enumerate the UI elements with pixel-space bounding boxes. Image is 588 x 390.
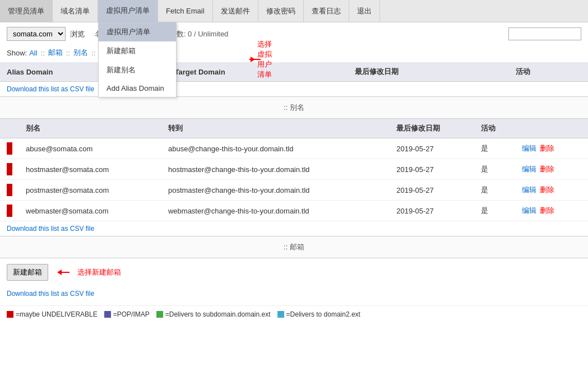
- color-square: [7, 205, 12, 217]
- legend-label-undeliverable: =maybe UNDELIVERABLE: [16, 310, 98, 318]
- alias-forward: hostmaster@change-this-to-your.domain.tl…: [161, 159, 390, 180]
- alias-forward: webmaster@change-this-to-your.domain.tld: [161, 201, 390, 221]
- legend-item-domain2: =Delivers to domain2.ext: [277, 310, 360, 318]
- nav-virtual-users[interactable]: 虚拟用户清单: [98, 0, 158, 22]
- alias-forward: abuse@change-this-to-your.domain.tld: [161, 138, 390, 159]
- legend-label-pop-imap: =POP/IMAP: [113, 310, 150, 318]
- filter-sep2: ::: [66, 49, 70, 57]
- mailbox-section-header: :: 邮箱: [0, 236, 588, 258]
- alias-edit-link[interactable]: 编辑: [522, 165, 536, 173]
- filter-aliases[interactable]: 别名: [73, 48, 88, 58]
- nav-send-mail[interactable]: 发送邮件: [213, 0, 258, 22]
- virtual-users-dropdown: 虚拟用户清单 新建邮箱 新建别名 Add Alias Domain: [98, 22, 177, 97]
- alias-email: hostmaster@somata.com: [19, 159, 161, 180]
- col-forward-to: 转到: [161, 119, 390, 138]
- new-mailbox-row: 新建邮箱 选择新建邮箱: [0, 258, 588, 286]
- alias-color-indicator: [0, 159, 19, 180]
- legend-label-domain2: =Delivers to domain2.ext: [286, 310, 360, 318]
- filter-mailbox[interactable]: 邮箱: [48, 48, 63, 58]
- alias-email: postmaster@somata.com: [19, 180, 161, 201]
- domain-selector[interactable]: somata.com: [7, 27, 66, 41]
- color-square: [7, 163, 12, 175]
- alias-color-indicator: [0, 138, 19, 159]
- dropdown-item-new-alias[interactable]: 新建别名: [99, 61, 176, 80]
- alias-domain-csv-link[interactable]: Download this list as CSV file: [0, 82, 101, 96]
- col-actions: [515, 119, 588, 138]
- nav-logout[interactable]: 退出: [349, 0, 380, 22]
- legend-item-pop-imap: =POP/IMAP: [104, 310, 150, 318]
- alias-table-row: hostmaster@somata.comhostmaster@change-t…: [0, 159, 588, 180]
- alias-table: 别名 转到 最后修改日期 活动 abuse@somata.comabuse@ch…: [0, 119, 588, 221]
- alias-table-row: postmaster@somata.compostmaster@change-t…: [0, 180, 588, 201]
- alias-domain-header-row: Alias Domain Target Domain 最后修改日期 活动: [0, 62, 588, 82]
- browse-label: 浏览: [70, 29, 85, 39]
- alias-delete-link[interactable]: 删除: [540, 206, 554, 215]
- top-navigation: 管理员清单 域名清单 虚拟用户清单 虚拟用户清单 新建邮箱 新建别名 Add A…: [0, 0, 588, 22]
- alias-delete-link[interactable]: 删除: [540, 185, 554, 194]
- alias-actions: 编辑删除: [515, 159, 588, 180]
- alias-email: webmaster@somata.com: [19, 201, 161, 221]
- alias-date: 2019-05-27: [390, 201, 474, 221]
- nav-virtual-users-container: 虚拟用户清单 虚拟用户清单 新建邮箱 新建别名 Add Alias Domain…: [98, 0, 158, 22]
- alias-edit-link[interactable]: 编辑: [522, 185, 536, 194]
- search-input[interactable]: [508, 27, 581, 40]
- mailbox-csv-link[interactable]: Download this list as CSV file: [0, 286, 101, 301]
- dropdown-item-add-alias-domain[interactable]: Add Alias Domain: [99, 80, 176, 97]
- alias-header-row: 别名 转到 最后修改日期 活动: [0, 119, 588, 138]
- alias-date: 2019-05-27: [390, 159, 474, 180]
- alias-active: 是: [474, 159, 516, 180]
- alias-actions: 编辑删除: [515, 138, 588, 159]
- color-square: [7, 142, 12, 155]
- alias-actions: 编辑删除: [515, 180, 588, 201]
- col-last-modified-alias: 最后修改日期: [348, 62, 509, 82]
- toolbar: somata.com 浏览 名数: 4 / Disabled 邮箱数: 0 / …: [0, 22, 588, 45]
- filter-row: Show: All :: 邮箱 :: 别名 :: Add Alias Domai…: [0, 45, 588, 62]
- col-active-alias: 活动: [509, 62, 588, 82]
- alias-section: 别名 转到 最后修改日期 活动 abuse@somata.comabuse@ch…: [0, 119, 588, 236]
- nav-fetch-email[interactable]: Fetch Email: [158, 0, 213, 22]
- legend-item-subdomain: =Delivers to subdomain.domain.ext: [156, 310, 271, 318]
- alias-edit-link[interactable]: 编辑: [522, 144, 536, 152]
- color-square: [7, 184, 12, 196]
- alias-delete-link[interactable]: 删除: [540, 165, 554, 173]
- alias-delete-link[interactable]: 删除: [540, 144, 554, 152]
- nav-view-log[interactable]: 查看日志: [304, 0, 349, 22]
- alias-active: 是: [474, 138, 516, 159]
- col-target-domain: Target Domain: [168, 62, 348, 82]
- legend-square-teal: [277, 311, 284, 318]
- alias-table-row: abuse@somata.comabuse@change-this-to-you…: [0, 138, 588, 159]
- alias-color-indicator: [0, 201, 19, 221]
- nav-change-password[interactable]: 修改密码: [258, 0, 304, 22]
- legend-square-red: [7, 311, 13, 318]
- legend-square-purple: [104, 311, 111, 318]
- alias-color-indicator: [0, 180, 19, 201]
- legend-label-subdomain: =Delivers to subdomain.domain.ext: [165, 310, 271, 318]
- alias-section-header: :: 别名: [0, 96, 588, 119]
- dropdown-item-list[interactable]: 虚拟用户清单: [99, 22, 176, 41]
- new-mailbox-annotation: 选择新建邮箱: [57, 267, 121, 277]
- show-label: Show:: [7, 49, 27, 57]
- new-mailbox-annotation-text: 选择新建邮箱: [77, 267, 121, 277]
- nav-admin-list[interactable]: 管理员清单: [0, 0, 53, 22]
- alias-domain-table: Alias Domain Target Domain 最后修改日期 活动: [0, 62, 588, 82]
- col-active: 活动: [474, 119, 516, 138]
- alias-csv-link[interactable]: Download this list as CSV file: [0, 221, 101, 236]
- alias-actions: 编辑删除: [515, 201, 588, 221]
- nav-domain-list[interactable]: 域名清单: [53, 0, 98, 22]
- alias-domain-section: Alias Domain Target Domain 最后修改日期 活动 Dow…: [0, 62, 588, 96]
- legend-square-green: [156, 311, 163, 318]
- col-color-indicator: [0, 119, 19, 138]
- new-mailbox-arrow: [57, 268, 74, 277]
- dropdown-item-new-mailbox[interactable]: 新建邮箱: [99, 41, 176, 61]
- col-alias-name: 别名: [19, 119, 161, 138]
- legend-item-undeliverable: =maybe UNDELIVERABLE: [7, 310, 98, 318]
- legend: =maybe UNDELIVERABLE =POP/IMAP =Delivers…: [0, 305, 588, 323]
- alias-date: 2019-05-27: [390, 180, 474, 201]
- alias-date: 2019-05-27: [390, 138, 474, 159]
- new-mailbox-button[interactable]: 新建邮箱: [7, 264, 48, 281]
- filter-all[interactable]: All: [29, 49, 37, 57]
- filter-sep3: ::: [91, 49, 95, 57]
- alias-edit-link[interactable]: 编辑: [522, 206, 536, 215]
- alias-forward: postmaster@change-this-to-your.domain.tl…: [161, 180, 390, 201]
- filter-sep1: ::: [41, 49, 45, 57]
